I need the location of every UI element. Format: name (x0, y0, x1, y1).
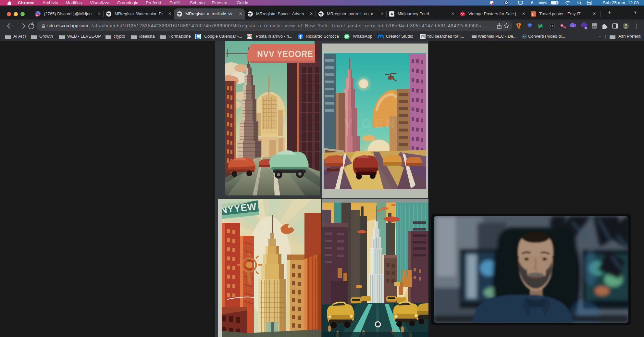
svg-text:2+: 2+ (36, 14, 38, 16)
svg-text:31: 31 (197, 35, 200, 38)
svg-text:17: 17 (593, 26, 596, 28)
svg-text:E: E (532, 12, 534, 17)
svg-text:100%: 100% (538, 1, 547, 5)
svg-text:5: 5 (585, 27, 587, 29)
